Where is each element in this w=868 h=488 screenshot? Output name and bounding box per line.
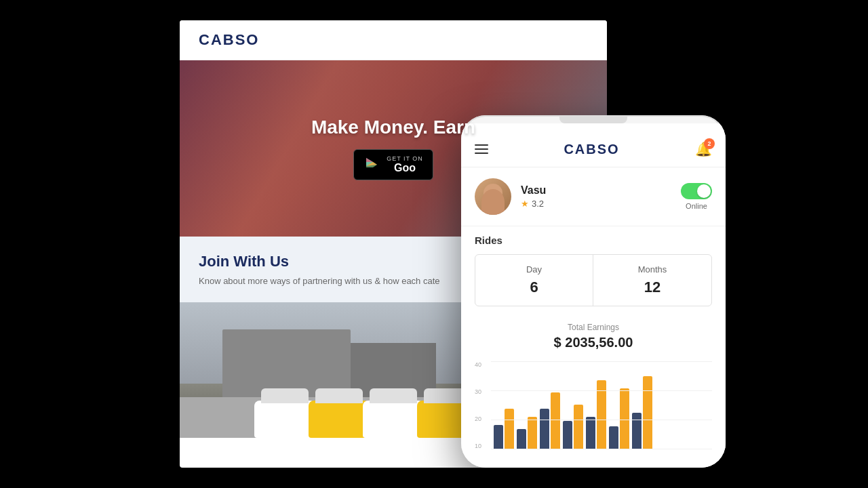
months-label: Months xyxy=(604,264,701,274)
day-stat-cell: Day 6 xyxy=(475,255,593,306)
bar-orange-3 xyxy=(574,405,583,449)
user-name: Vasu xyxy=(521,184,546,197)
bar-orange-4 xyxy=(597,380,606,449)
bar-dark-3 xyxy=(563,421,572,449)
car-2 xyxy=(309,401,370,438)
bar-group-5 xyxy=(609,388,629,449)
play-badge-small: GET IT ON xyxy=(387,155,423,162)
star-icon: ★ xyxy=(521,199,529,209)
avatar xyxy=(475,178,511,215)
online-label: Online xyxy=(686,202,707,210)
rides-section: Rides Day 6 Months 12 xyxy=(461,226,726,314)
y-label-10: 10 xyxy=(475,443,481,449)
earnings-chart: 40 30 20 10 xyxy=(475,361,712,449)
play-badge-big: Goo xyxy=(387,162,423,174)
bar-orange-1 xyxy=(528,417,537,449)
toggle-thumb xyxy=(697,184,711,198)
site-logo: CABSO xyxy=(199,31,259,49)
hamburger-line-1 xyxy=(475,144,488,146)
bar-group-2 xyxy=(540,392,560,449)
phone-notch xyxy=(559,117,627,123)
bar-orange-5 xyxy=(620,388,629,449)
bar-group-0 xyxy=(494,409,514,449)
bar-dark-5 xyxy=(609,426,618,449)
hero-text: Make Money. Earn GET IT ON Goo xyxy=(311,117,475,180)
hamburger-line-3 xyxy=(475,152,488,154)
bar-group-1 xyxy=(517,417,537,449)
online-toggle-wrapper: Online xyxy=(681,183,712,210)
notification-button[interactable]: 🔔 2 xyxy=(695,141,712,157)
day-value: 6 xyxy=(486,279,582,296)
car-3 xyxy=(363,401,424,438)
bar-dark-0 xyxy=(494,425,503,449)
earnings-section: Total Earnings $ 2035,56.00 40 30 20 10 xyxy=(461,314,726,468)
hero-title: Make Money. Earn xyxy=(311,117,475,138)
y-label-20: 20 xyxy=(475,415,481,422)
online-toggle[interactable] xyxy=(681,183,712,199)
car-1 xyxy=(254,401,315,438)
play-store-icon xyxy=(363,157,380,173)
rating-value: 3.2 xyxy=(532,199,544,209)
play-store-badge[interactable]: GET IT ON Goo xyxy=(353,149,433,180)
y-label-40: 40 xyxy=(475,361,481,368)
bar-group-3 xyxy=(563,405,583,449)
y-label-30: 30 xyxy=(475,388,481,395)
bar-orange-6 xyxy=(643,376,652,449)
bar-dark-4 xyxy=(586,417,595,449)
rides-stats-grid: Day 6 Months 12 xyxy=(475,254,712,306)
svg-marker-3 xyxy=(366,158,373,162)
avatar-face xyxy=(481,189,505,215)
phone-mockup: CABSO 🔔 2 Vasu ★ 3.2 xyxy=(461,115,726,468)
app-logo: CABSO xyxy=(564,142,619,157)
user-rating: ★ 3.2 xyxy=(521,199,546,209)
hamburger-line-2 xyxy=(475,148,488,150)
bar-dark-2 xyxy=(540,409,549,449)
months-value: 12 xyxy=(604,279,701,296)
status-bar xyxy=(461,123,726,131)
hamburger-button[interactable] xyxy=(475,144,488,154)
bar-orange-2 xyxy=(551,392,560,449)
rides-title: Rides xyxy=(475,235,712,246)
phone-body: Vasu ★ 3.2 Online Rides xyxy=(461,167,726,468)
notification-badge: 2 xyxy=(704,138,715,149)
user-info: Vasu ★ 3.2 xyxy=(475,178,546,215)
bar-dark-6 xyxy=(632,413,642,449)
months-stat-cell: Months 12 xyxy=(593,255,711,306)
user-section: Vasu ★ 3.2 Online xyxy=(461,167,726,226)
earnings-amount: $ 2035,56.00 xyxy=(475,335,712,350)
bar-orange-0 xyxy=(505,409,514,449)
bar-group-6 xyxy=(632,376,652,449)
play-badge-text: GET IT ON Goo xyxy=(387,155,423,174)
user-details: Vasu ★ 3.2 xyxy=(521,184,546,209)
app-header: CABSO 🔔 2 xyxy=(461,131,726,167)
bar-dark-1 xyxy=(517,429,526,449)
bar-group-4 xyxy=(586,380,606,449)
chart-y-labels: 40 30 20 10 xyxy=(475,361,481,449)
day-label: Day xyxy=(486,264,582,274)
site-header: CABSO xyxy=(180,20,607,60)
earnings-title: Total Earnings xyxy=(475,323,712,332)
chart-bars xyxy=(477,361,709,449)
scene: CABSO Make Money. Earn xyxy=(0,0,868,488)
